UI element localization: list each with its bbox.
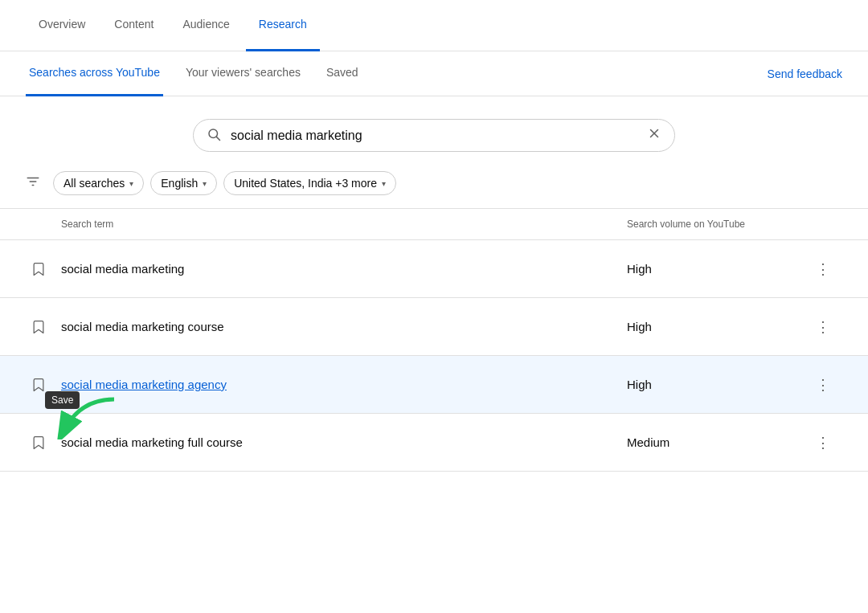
volume-text: Medium [627, 435, 804, 449]
search-term-text: social media marketing course [61, 320, 627, 333]
search-input[interactable] [231, 129, 647, 143]
search-icon [207, 127, 221, 145]
filter-locations-label: United States, India +3 more [234, 177, 377, 190]
bookmark-icon[interactable] [26, 314, 51, 340]
subtab-searches-across-youtube[interactable]: Searches across YouTube [26, 51, 163, 96]
subtab-saved[interactable]: Saved [323, 51, 362, 96]
send-feedback-link[interactable]: Send feedback [768, 67, 842, 80]
search-container [0, 96, 868, 171]
volume-text: High [627, 262, 804, 276]
more-options-icon[interactable]: ⋮ [804, 318, 842, 336]
clear-icon[interactable] [647, 126, 661, 145]
tab-content[interactable]: Content [101, 0, 166, 51]
table-row[interactable]: social media marketing High ⋮ [0, 240, 868, 298]
filter-chip-all-searches[interactable]: All searches ▾ [53, 171, 144, 195]
subtab-viewers-searches[interactable]: Your viewers' searches [182, 51, 304, 96]
table-row[interactable]: Save social media marketing agency High … [0, 356, 868, 414]
green-arrow-indicator [56, 391, 121, 442]
top-navigation: Overview Content Audience Research [0, 0, 868, 51]
search-term-text: social media marketing [61, 262, 627, 276]
search-term-link[interactable]: social media marketing agency [61, 378, 627, 391]
tab-overview[interactable]: Overview [26, 0, 98, 51]
chevron-down-icon: ▾ [382, 179, 386, 188]
search-bar [193, 119, 675, 152]
search-term-text: social media marketing full course [61, 435, 627, 449]
col-term-header: Search term [26, 219, 627, 230]
filter-english-label: English [161, 177, 198, 190]
bookmark-icon[interactable] [26, 256, 51, 282]
more-options-icon[interactable]: ⋮ [804, 434, 842, 452]
sub-navigation: Searches across YouTube Your viewers' se… [0, 51, 868, 96]
tab-audience[interactable]: Audience [170, 0, 242, 51]
filter-all-searches-label: All searches [63, 177, 125, 190]
filter-chip-locations[interactable]: United States, India +3 more ▾ [223, 171, 396, 195]
volume-text: High [627, 378, 804, 391]
tab-research[interactable]: Research [246, 0, 320, 51]
bookmark-icon[interactable]: Save [26, 372, 51, 398]
more-options-icon[interactable]: ⋮ [804, 376, 842, 394]
bookmark-icon[interactable] [26, 430, 51, 456]
table-row[interactable]: social media marketing course High ⋮ [0, 298, 868, 356]
chevron-down-icon: ▾ [129, 179, 133, 188]
col-volume-header: Search volume on YouTube [627, 219, 804, 230]
table-row[interactable]: social media marketing full course Mediu… [0, 414, 868, 472]
chevron-down-icon: ▾ [203, 179, 207, 188]
table-header: Search term Search volume on YouTube [0, 209, 868, 240]
filter-icon [26, 174, 40, 192]
more-options-icon[interactable]: ⋮ [804, 260, 842, 278]
filter-chip-english[interactable]: English ▾ [150, 171, 217, 195]
volume-text: High [627, 320, 804, 333]
svg-line-1 [216, 137, 219, 140]
filters-row: All searches ▾ English ▾ United States, … [0, 171, 868, 209]
